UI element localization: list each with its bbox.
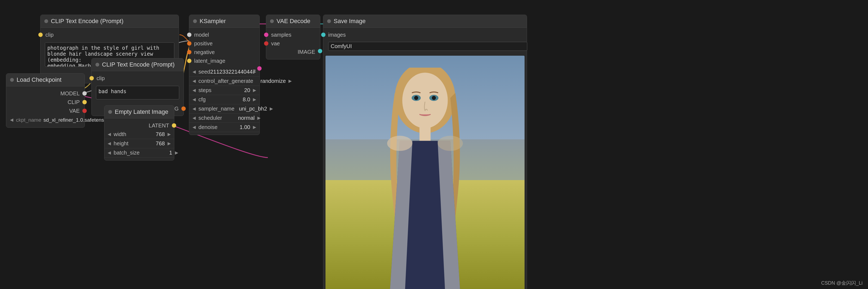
load-checkpoint-model-connector — [83, 91, 87, 96]
save-image-status-dot — [327, 19, 331, 23]
clip-text-encode-2-prompt-input[interactable]: bad hands — [96, 86, 179, 99]
watermark: CSDN @金闪闪_Li — [821, 280, 863, 286]
canvas: CLIP Text Encode (Prompt) clip photograp… — [0, 0, 868, 289]
ksampler-denoise-arrow-right[interactable]: ► — [252, 124, 257, 131]
ksampler-status-dot — [193, 19, 197, 23]
load-checkpoint-body: MODEL CLIP VAE ◄ ckpt_name sd_xl_refiner… — [6, 86, 85, 128]
ksampler-cfg-name: cfg — [198, 97, 218, 103]
empty-latent-batch-arrow-right[interactable]: ► — [174, 150, 179, 156]
load-checkpoint-header: Load Checkpoint — [6, 74, 85, 86]
vae-decode-title: VAE Decode — [277, 17, 310, 25]
ksampler-sampler-arrow-right[interactable]: ► — [269, 106, 274, 112]
clip-text-encode-2-clip-connector — [90, 76, 94, 80]
vae-decode-status-dot — [270, 19, 274, 23]
clip-text-encode-2-conditioning-connector — [181, 106, 186, 111]
vae-decode-node: VAE Decode samples vae IMAGE — [266, 15, 320, 60]
ksampler-control-arrow-left[interactable]: ◄ — [191, 78, 197, 84]
empty-latent-batch-arrow-left[interactable]: ◄ — [106, 150, 112, 156]
clip-text-encode-2-clip-label: clip — [96, 75, 105, 81]
load-checkpoint-vae-connector — [83, 109, 87, 113]
empty-latent-width-name: width — [114, 131, 132, 138]
person-figure — [355, 68, 495, 289]
ksampler-scheduler-name: scheduler — [198, 115, 222, 121]
ksampler-denoise-arrow-left[interactable]: ◄ — [191, 124, 197, 131]
load-checkpoint-ckpt-row[interactable]: ◄ ckpt_name sd_xl_refiner_1.0.safetensor… — [6, 115, 85, 125]
ksampler-latent-out-port — [189, 65, 259, 67]
ksampler-positive-port: positive — [189, 39, 259, 48]
empty-latent-height-arrow-left[interactable]: ◄ — [106, 140, 112, 147]
empty-latent-width-arrow-left[interactable]: ◄ — [106, 131, 112, 138]
clip-text-encode-2-prompt-container: bad hands — [92, 82, 184, 104]
ksampler-title: KSampler — [199, 17, 226, 25]
save-image-body: images — [323, 28, 527, 289]
clip-text-encode-1-status-dot — [44, 19, 48, 23]
ksampler-cfg-arrow-right[interactable]: ► — [252, 97, 257, 103]
ksampler-latent-label: latent_image — [194, 58, 225, 64]
empty-latent-status-dot — [108, 110, 112, 114]
ksampler-steps-arrow-left[interactable]: ◄ — [191, 87, 197, 94]
ksampler-sampler-value: uni_pc_bh2 — [235, 106, 267, 112]
empty-latent-width-value: 768 — [132, 131, 165, 138]
ksampler-control-value: randomize — [253, 78, 286, 84]
vae-decode-header: VAE Decode — [266, 15, 320, 28]
ksampler-header: KSampler — [189, 15, 259, 28]
ksampler-body: model positive negative latent_image ◄ — [189, 28, 259, 135]
clip-text-encode-1-clip-port: clip — [40, 30, 179, 39]
empty-latent-height-row: ◄ height 768 ► — [104, 139, 174, 148]
ksampler-seed-value: 211233221440447 — [210, 69, 250, 75]
ksampler-scheduler-arrow-right[interactable]: ► — [256, 115, 262, 121]
clip-text-encode-1-header: CLIP Text Encode (Prompt) — [40, 15, 179, 28]
ksampler-seed-arrow-right[interactable]: ► — [252, 69, 257, 75]
load-checkpoint-title: Load Checkpoint — [17, 76, 61, 83]
load-checkpoint-status-dot — [10, 78, 14, 82]
load-checkpoint-model-label: MODEL — [60, 91, 80, 97]
clip-text-encode-2-clip-port: clip — [92, 74, 184, 82]
ksampler-scheduler-row: ◄ scheduler normal ► — [189, 113, 259, 123]
ksampler-positive-label: positive — [194, 40, 213, 47]
empty-latent-header: Empty Latent Image — [104, 106, 174, 118]
empty-latent-height-name: height — [114, 140, 132, 147]
empty-latent-node: Empty Latent Image LATENT ◄ width 768 ► … — [104, 105, 174, 160]
ksampler-negative-connector — [187, 50, 191, 54]
svg-point-10 — [432, 96, 436, 100]
ksampler-steps-arrow-right[interactable]: ► — [252, 87, 257, 94]
empty-latent-height-arrow-right[interactable]: ► — [166, 140, 172, 147]
load-checkpoint-vae-port: VAE — [6, 106, 85, 115]
empty-latent-width-arrow-right[interactable]: ► — [166, 131, 172, 138]
load-checkpoint-clip-connector — [83, 100, 87, 104]
vae-decode-samples-label: samples — [271, 32, 291, 38]
ksampler-sampler-name: sampler_name — [198, 106, 235, 112]
ksampler-cfg-arrow-left[interactable]: ◄ — [191, 97, 197, 103]
empty-latent-title: Empty Latent Image — [115, 108, 168, 115]
load-checkpoint-model-port: MODEL — [6, 89, 85, 98]
empty-latent-batch-name: batch_size — [114, 150, 140, 156]
clip-text-encode-1-title: CLIP Text Encode (Prompt) — [51, 17, 123, 25]
ksampler-latent-out-connector — [257, 66, 261, 71]
ksampler-steps-name: steps — [198, 87, 218, 94]
vae-decode-image-connector — [318, 49, 322, 53]
svg-rect-11 — [420, 126, 431, 141]
ksampler-control-arrow-right[interactable]: ► — [287, 78, 293, 84]
empty-latent-latent-port: LATENT — [104, 121, 174, 130]
save-image-images-port: images — [323, 30, 527, 39]
ksampler-denoise-value: 1.00 — [218, 124, 250, 131]
clip-text-encode-2-title: CLIP Text Encode (Prompt) — [102, 61, 175, 68]
save-image-filename-input[interactable] — [328, 42, 527, 51]
ksampler-denoise-row: ◄ denoise 1.00 ► — [189, 123, 259, 132]
load-checkpoint-arrow-left[interactable]: ◄ — [9, 117, 14, 123]
ksampler-sampler-row: ◄ sampler_name uni_pc_bh2 ► — [189, 104, 259, 113]
ksampler-negative-port: negative — [189, 48, 259, 57]
ksampler-sampler-arrow-left[interactable]: ◄ — [191, 106, 197, 112]
ksampler-scheduler-arrow-left[interactable]: ◄ — [191, 115, 197, 121]
vae-decode-body: samples vae IMAGE — [266, 28, 320, 59]
empty-latent-height-value: 768 — [132, 140, 165, 147]
vae-decode-vae-label: vae — [271, 40, 280, 47]
ksampler-seed-name: seed — [198, 69, 210, 75]
ksampler-negative-label: negative — [194, 49, 215, 56]
ksampler-seed-arrow-left[interactable]: ◄ — [191, 69, 197, 75]
load-checkpoint-ckpt-label: ckpt_name — [16, 117, 41, 123]
ksampler-model-label: model — [194, 32, 209, 38]
svg-point-9 — [414, 96, 418, 100]
ksampler-latent-port: latent_image — [189, 57, 259, 65]
load-checkpoint-clip-label: CLIP — [68, 99, 80, 105]
